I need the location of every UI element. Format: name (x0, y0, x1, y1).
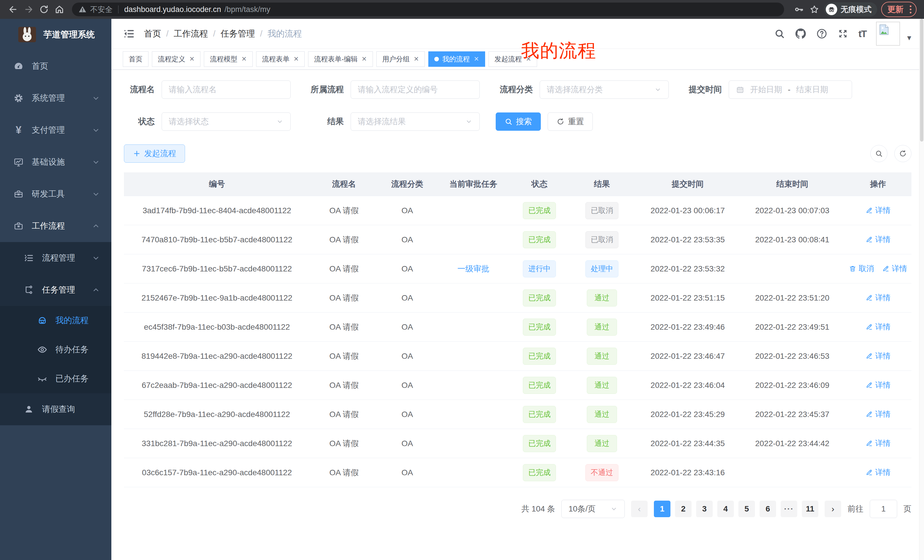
cancel-action-link[interactable]: 取消 (849, 264, 874, 274)
tab-close-icon[interactable]: ✕ (294, 55, 298, 63)
breadcrumb-item[interactable]: 工作流程 (174, 28, 208, 40)
sidebar-item-done-task[interactable]: 已办任务 (0, 364, 111, 393)
current-task-link[interactable]: 一级审批 (458, 264, 489, 273)
pager-ellipsis[interactable]: ··· (781, 501, 797, 517)
column-header: 流程分类 (378, 172, 436, 196)
prev-page-button[interactable]: ‹ (631, 501, 648, 517)
detail-action-link[interactable]: 详情 (866, 205, 891, 216)
detail-action-link[interactable]: 详情 (866, 322, 891, 332)
create-process-button[interactable]: 发起流程 (124, 144, 185, 163)
sidebar-fold-icon[interactable] (123, 27, 135, 40)
address-bar[interactable]: 不安全 dashboard.yudao.iocoder.cn /bpm/task… (72, 3, 784, 16)
key-icon[interactable] (793, 4, 805, 15)
tag-view-tab[interactable]: 用户分组✕ (376, 51, 425, 67)
tab-close-icon[interactable]: ✕ (474, 55, 479, 63)
process-name-input[interactable]: 请输入流程名 (162, 81, 291, 99)
tag-view-tab[interactable]: 首页 (123, 51, 148, 67)
tag-view-tab[interactable]: 流程表单✕ (256, 51, 304, 67)
help-icon[interactable] (816, 28, 828, 39)
detail-action-link[interactable]: 详情 (866, 409, 891, 419)
refresh-table-button[interactable] (894, 145, 911, 162)
sidebar-item-todo-task[interactable]: 待办任务 (0, 335, 111, 364)
submit-time-range-input[interactable]: 开始日期 - 结束日期 (729, 81, 852, 99)
tag-view-tab[interactable]: 流程表单-编辑✕ (308, 51, 373, 67)
detail-action-link[interactable]: 详情 (866, 467, 891, 478)
sidebar-item-payment[interactable]: ¥支付管理 (0, 114, 111, 146)
sidebar-item-workflow[interactable]: 工作流程 (0, 210, 111, 242)
detail-action-link[interactable]: 详情 (866, 380, 891, 390)
header-search-icon[interactable] (774, 28, 785, 39)
sidebar-item-devtools[interactable]: 研发工具 (0, 178, 111, 210)
cell-id: 819442e8-7b9a-11ec-a290-acde48001122 (124, 341, 310, 371)
back-icon[interactable] (8, 4, 19, 15)
detail-action-link[interactable]: 详情 (866, 234, 891, 245)
detail-action-link[interactable]: 详情 (866, 293, 891, 303)
next-page-button[interactable]: › (825, 501, 841, 517)
cell-status: 已完成 (510, 458, 569, 487)
pager-page-11[interactable]: 11 (802, 501, 818, 517)
tab-close-icon[interactable]: ✕ (189, 55, 195, 63)
sidebar-item-infra[interactable]: 基础设施 (0, 146, 111, 178)
breadcrumb-item[interactable]: 任务管理 (221, 28, 255, 40)
tab-close-icon[interactable]: ✕ (241, 55, 246, 63)
fullscreen-icon[interactable] (837, 28, 849, 39)
sidebar-item-label: 请假查询 (42, 404, 75, 415)
github-icon[interactable] (795, 28, 806, 39)
pager-page-6[interactable]: 6 (759, 501, 776, 517)
bookmark-star-icon[interactable] (808, 4, 820, 15)
tag-view-tab[interactable]: 我的流程✕ (428, 51, 485, 67)
cell-id: 2152467e-7b9b-11ec-9a1b-acde48001122 (124, 283, 310, 313)
sidebar-item-task-mgmt[interactable]: 任务管理 (0, 274, 111, 306)
edit-icon (866, 236, 873, 243)
breadcrumb-item[interactable]: 首页 (144, 28, 161, 40)
reload-icon[interactable] (38, 4, 50, 15)
update-button[interactable]: 更新 (881, 2, 916, 17)
forward-icon[interactable] (23, 4, 34, 15)
eye-closed-icon (37, 374, 47, 384)
cell-result: 通过 (568, 341, 635, 371)
text-size-icon[interactable]: tT (858, 28, 866, 39)
sidebar-item-system[interactable]: 系统管理 (0, 82, 111, 114)
sidebar-item-my-process[interactable]: 我的流程 (0, 306, 111, 335)
site-warning-icon[interactable] (78, 5, 87, 14)
tag-view-tab[interactable]: 流程模型✕ (204, 51, 252, 67)
page-size-select[interactable]: 10条/页 (561, 500, 625, 518)
logo-row[interactable]: 芋道管理系统 (0, 19, 111, 50)
window-scrollbar[interactable] (919, 19, 924, 560)
pager-page-3[interactable]: 3 (696, 501, 713, 517)
sidebar-item-label: 研发工具 (32, 189, 65, 200)
menu-dots-icon[interactable] (908, 5, 913, 13)
detail-action-link[interactable]: 详情 (866, 438, 891, 448)
cell-status: 已完成 (510, 283, 569, 313)
result-select[interactable]: 请选择流结果 (351, 112, 480, 131)
pager-page-1[interactable]: 1 (654, 501, 670, 517)
parent-process-input[interactable]: 请输入流程定义的编号 (351, 81, 480, 99)
status-select[interactable]: 请选择状态 (162, 112, 291, 131)
sidebar-item-process-mgmt[interactable]: 流程管理 (0, 242, 111, 274)
detail-action-link[interactable]: 详情 (866, 351, 891, 361)
tab-close-icon[interactable]: ✕ (414, 55, 419, 63)
tag-view-tab[interactable]: 流程定义✕ (152, 51, 201, 67)
goto-page-input[interactable] (870, 500, 897, 518)
home-icon[interactable] (54, 4, 65, 15)
cell-submit-time: 2022-01-22 23:46:04 (635, 371, 740, 400)
pager-page-2[interactable]: 2 (675, 501, 692, 517)
avatar[interactable] (876, 22, 900, 46)
pager-page-4[interactable]: 4 (717, 501, 734, 517)
table-header-row: 编号流程名流程分类当前审批任务状态结果提交时间结束时间操作 (124, 172, 911, 196)
pager-page-5[interactable]: 5 (738, 501, 755, 517)
toggle-search-button[interactable] (870, 145, 888, 162)
reset-button[interactable]: 重置 (548, 112, 593, 131)
category-select[interactable]: 请选择流程分类 (540, 81, 669, 99)
tab-label: 用户分组 (382, 54, 410, 64)
caret-down-icon[interactable]: ▼ (906, 34, 913, 42)
detail-action-link[interactable]: 详情 (882, 264, 907, 274)
scrollbar-thumb[interactable] (920, 19, 923, 142)
search-button[interactable]: 搜索 (496, 112, 541, 131)
pager: 123456···11 (654, 501, 818, 517)
sidebar-item-leave-query[interactable]: 请假查询 (0, 393, 111, 425)
list-tree-icon (24, 253, 34, 263)
sidebar-item-home[interactable]: 首页 (0, 50, 111, 82)
cell-result: 通过 (568, 400, 635, 429)
tab-close-icon[interactable]: ✕ (362, 55, 367, 63)
